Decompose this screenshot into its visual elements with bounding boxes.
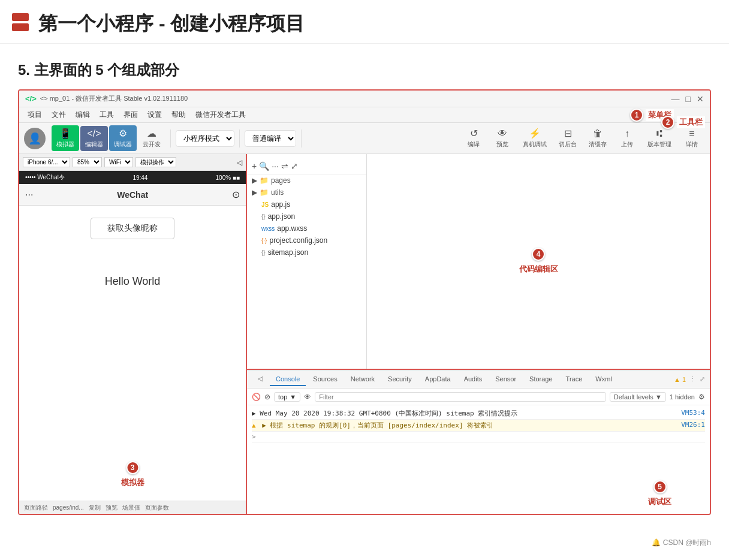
tab-storage[interactable]: Storage [523,373,559,386]
file-app-wxss[interactable]: wxss app.wxss [247,222,366,234]
toolbar-label: 工具栏 [677,116,705,128]
tab-appdata[interactable]: AppData [419,373,457,386]
device-select[interactable]: iPhone 6/... [23,157,70,167]
cutback-button[interactable]: ⊟ 切后台 [554,125,582,151]
debug-tab-right: ▲ 1 ⋮ ⤢ [674,375,705,383]
right-panel: + 🔍 ··· ⇌ ⤢ ▶ 📁 pages ▶ [247,154,710,514]
menu-project[interactable]: 项目 [24,109,46,121]
tab-sensor[interactable]: Sensor [489,373,522,386]
utils-arrow: ▶ [252,188,257,197]
console-prompt: > [252,433,256,441]
context-select[interactable]: top ▼ [274,392,300,402]
cloud-button[interactable]: ☁ 云开发 [138,125,165,151]
tree-toolbar: + 🔍 ··· ⇌ ⤢ [247,158,366,174]
fetch-avatar-button[interactable]: 获取头像昵称 [91,218,174,239]
preview-label: 预览 [496,140,508,149]
simulator-button[interactable]: 📱 模拟器 [52,125,79,151]
scene-link[interactable]: 场景值 [122,504,140,512]
bottombar-path: pages/ind... [53,504,84,511]
log-line-3[interactable]: > [252,432,705,442]
log-src-2[interactable]: VM26:1 [681,421,705,429]
tab-wxml[interactable]: Wxml [589,373,618,386]
tab-sources[interactable]: Sources [307,373,343,386]
sim-toggle[interactable]: ◁ [237,158,242,167]
console-clear-button[interactable]: 🚫 [252,393,261,401]
menu-tools[interactable]: 工具 [96,109,118,121]
simulator-icon: 📱 [59,128,71,139]
cutback-label: 切后台 [559,140,577,149]
js-badge: JS [261,201,269,208]
debugger-button[interactable]: ⚙ 调试器 [109,125,137,151]
code-editor[interactable]: 4 代码编辑区 [367,154,710,369]
sim-bottombar: 页面路径 pages/ind... 复制 预览 场景值 页面参数 [19,501,246,514]
compile-button[interactable]: ↺ 编译 [460,125,487,151]
zoom-select[interactable]: 85% [73,157,102,167]
add-file-button[interactable]: + [252,161,257,171]
params-link[interactable]: 页面参数 [145,504,169,512]
menu-interface[interactable]: 界面 [120,109,141,121]
ops-select[interactable]: 模拟操作 [135,157,176,167]
remote-debug-button[interactable]: ⚡ 真机调试 [518,125,552,151]
log-text-2: ▶ 根据 sitemap 的规则[0]，当前页面 [pages/index/in… [262,421,493,429]
file-app-js[interactable]: JS app.js [247,198,366,210]
editor-button[interactable]: </> 编辑器 [80,126,108,151]
log-src-1[interactable]: VM53:4 [681,409,705,417]
main-area: iPhone 6/... 85% WiFi 模拟操作 ◁ ••••• WeCha… [19,154,710,514]
sitemap-badge: {} [261,249,266,256]
console-eye-button[interactable]: 👁 [304,393,311,401]
tab-network[interactable]: Network [345,373,381,386]
version-icon: ⑆ [656,128,662,139]
tab-audits[interactable]: Audits [458,373,489,386]
more-tabs-btn[interactable]: ⋮ [689,375,696,383]
warn-icon: ▲ [252,421,256,429]
menu-settings[interactable]: 设置 [144,109,165,121]
file-project-config[interactable]: {·} project.config.json [247,234,366,246]
upload-button[interactable]: ↑ 上传 [614,126,640,151]
clear-cache-button[interactable]: 🗑 清缓存 [584,126,611,151]
menu-devtool[interactable]: 微信开发者工具 [192,109,249,121]
page-footer: 🔔 CSDN @时雨h [0,533,729,553]
menu-file[interactable]: 文件 [48,109,70,121]
hidden-badge: 1 hidden [670,393,695,401]
file-tree: + 🔍 ··· ⇌ ⤢ ▶ 📁 pages ▶ [247,154,367,369]
tab-security[interactable]: Security [382,373,418,386]
debug-panel: ◁ Console Sources Network Security AppDa… [247,370,710,514]
avatar-button[interactable]: 👤 [24,128,46,149]
filter-input[interactable] [315,392,606,402]
split-view-button[interactable]: ⇌ [281,161,288,171]
mode-dropdown[interactable]: 小程序模式 [176,130,234,147]
menu-edit[interactable]: 编辑 [72,109,94,121]
expand-debug-btn[interactable]: ⤢ [700,375,705,383]
titlebar-right[interactable]: — □ ✕ [671,94,704,104]
remote-debug-label: 真机调试 [523,140,547,149]
compile-dropdown[interactable]: 普通编译 [245,130,296,147]
folder-utils-label: utils [271,188,284,197]
context-dropdown-arrow: ▼ [290,393,296,401]
preview-button[interactable]: 👁 预览 [489,126,516,151]
version-button[interactable]: ⑆ 版本管理 [643,126,676,151]
file-app-json[interactable]: {} app.json [247,210,366,222]
simulator-label: 模拟器 [56,140,74,149]
copy-link[interactable]: 复制 [89,504,101,512]
folder-utils[interactable]: ▶ 📁 utils [247,186,366,198]
levels-dropdown[interactable]: Default levels ▼ [610,392,666,402]
preview-link[interactable]: 预览 [106,504,118,512]
more-options-button[interactable]: ··· [272,161,279,171]
console-filter-button[interactable]: ⊘ [264,393,270,401]
console-settings-btn[interactable]: ⚙ [698,393,705,401]
tab-trace[interactable]: Trace [560,373,589,386]
folder-pages[interactable]: ▶ 📁 pages [247,174,366,186]
wifi-select[interactable]: WiFi [104,157,133,167]
debug-nav-prev[interactable]: ◁ [252,372,269,386]
detail-button[interactable]: ≡ 详情 [679,126,705,151]
min-button[interactable]: — [671,94,680,104]
file-sitemap[interactable]: {} sitemap.json [247,246,366,258]
tab-console[interactable]: Console [270,373,306,386]
max-button[interactable]: □ [686,94,691,104]
menu-help[interactable]: 帮助 [168,109,189,121]
editor-label: 编辑器 [85,140,103,149]
collapse-button[interactable]: ⤢ [291,161,298,171]
close-button[interactable]: ✕ [697,94,704,104]
folder-pages-label: pages [271,176,291,185]
search-file-button[interactable]: 🔍 [259,161,269,171]
